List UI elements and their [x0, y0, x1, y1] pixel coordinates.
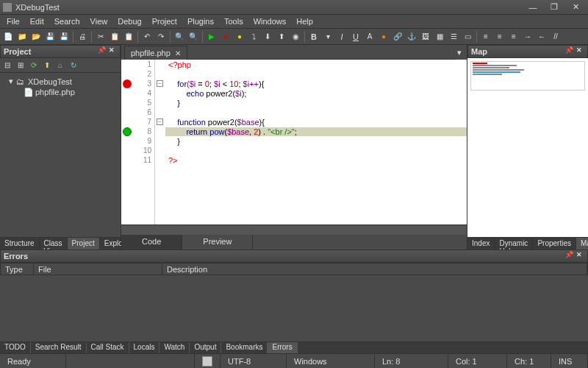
align-center-icon[interactable]: ≡ — [493, 30, 506, 43]
step-over-icon[interactable]: ⤵ — [247, 30, 260, 43]
breakpoint-marker[interactable] — [123, 79, 132, 88]
open-icon[interactable]: 📂 — [29, 30, 43, 43]
align-left-icon[interactable]: ≡ — [479, 30, 492, 43]
tab-menu-icon[interactable]: ▾ — [455, 46, 464, 60]
tab-dynamic-help[interactable]: Dynamic Help — [495, 238, 533, 250]
home-icon[interactable]: ⌂ — [54, 60, 66, 71]
cut-icon[interactable]: ✂ — [94, 30, 107, 43]
panel-close-icon[interactable]: ✕ — [574, 251, 584, 261]
redo-icon[interactable]: ↷ — [154, 30, 168, 43]
debug-start-icon[interactable]: ▶ — [205, 30, 218, 43]
btab-call-stack[interactable]: Call Stack — [87, 342, 129, 353]
menu-file[interactable]: File — [1, 15, 25, 27]
paste-icon[interactable]: 📋 — [122, 30, 135, 43]
tab-class-view[interactable]: Class View — [40, 238, 68, 250]
col-type[interactable]: Type — [1, 263, 34, 275]
menu-plugins[interactable]: Plugins — [182, 15, 219, 27]
replace-icon[interactable]: 🔍 — [187, 30, 200, 43]
comment-icon[interactable]: // — [549, 30, 562, 43]
panel-pin-icon[interactable]: 📌 — [96, 46, 107, 57]
dropdown-icon[interactable]: ▾ — [321, 30, 334, 43]
expand-icon[interactable]: ⊞ — [15, 60, 26, 71]
panel-close-icon[interactable]: ✕ — [574, 46, 584, 57]
fold-icon[interactable]: − — [157, 80, 163, 87]
btab-locals[interactable]: Locals — [129, 342, 160, 353]
up-icon[interactable]: ⬆ — [41, 60, 53, 71]
btab-errors[interactable]: Errors — [268, 342, 297, 353]
indent-icon[interactable]: → — [521, 30, 534, 43]
underline-icon[interactable]: U — [349, 30, 362, 43]
panel-close-icon[interactable]: ✕ — [107, 46, 117, 57]
new-file-icon[interactable]: 📄 — [1, 30, 15, 43]
menu-edit[interactable]: Edit — [25, 15, 49, 27]
outdent-icon[interactable]: ← — [535, 30, 548, 43]
btab-watch[interactable]: Watch — [159, 342, 190, 353]
save-all-icon[interactable]: 💾 — [57, 30, 71, 43]
debug-stop-icon[interactable]: ● — [219, 30, 232, 43]
menu-search[interactable]: Search — [49, 15, 85, 27]
form-icon[interactable]: ▭ — [461, 30, 474, 43]
close-button[interactable]: ✕ — [566, 1, 585, 13]
undo-icon[interactable]: ↶ — [140, 30, 154, 43]
new-folder-icon[interactable]: 📁 — [15, 30, 29, 43]
fold-icon[interactable]: − — [157, 118, 163, 125]
current-line-marker[interactable] — [123, 127, 132, 136]
debug-pause-icon[interactable]: ● — [233, 30, 246, 43]
menu-debug[interactable]: Debug — [112, 15, 146, 27]
tab-close-icon[interactable]: ✕ — [175, 49, 181, 57]
btab-output[interactable]: Output — [190, 342, 221, 353]
btab-bookmarks[interactable]: Bookmarks — [221, 342, 268, 353]
link-icon[interactable]: 🔗 — [391, 30, 404, 43]
menu-tools[interactable]: Tools — [219, 15, 248, 27]
menu-windows[interactable]: Windows — [248, 15, 292, 27]
sync-icon[interactable]: ⟳ — [28, 60, 40, 71]
list-icon[interactable]: ☰ — [447, 30, 460, 43]
collapse-icon[interactable]: ⊟ — [1, 60, 13, 71]
italic-icon[interactable]: I — [335, 30, 348, 43]
step-out-icon[interactable]: ⬆ — [275, 30, 288, 43]
tree-root[interactable]: ▾ 🗂 XDebugTest — [3, 76, 118, 87]
code-area[interactable]: <?php for($i = 0; $i < 10; $i++){ echo p… — [165, 60, 467, 224]
menu-help[interactable]: Help — [291, 15, 318, 27]
breakpoint-icon[interactable]: ◉ — [289, 30, 302, 43]
menu-view[interactable]: View — [85, 15, 113, 27]
marker-gutter[interactable] — [121, 60, 133, 224]
col-description[interactable]: Description — [162, 263, 587, 275]
status-eol[interactable]: Windows — [287, 354, 375, 368]
maximize-button[interactable]: ❐ — [545, 1, 564, 13]
status-encoding[interactable]: UTF-8 — [220, 354, 287, 368]
code-editor[interactable]: 1 2 3 4 5 6 7 8 9 10 11 − − <?php for($i… — [121, 60, 467, 224]
status-ins[interactable]: INS — [551, 354, 588, 368]
view-tab-preview[interactable]: Preview — [182, 235, 253, 250]
tab-properties[interactable]: Properties — [533, 238, 576, 250]
table-icon[interactable]: ▦ — [433, 30, 446, 43]
horizontal-scrollbar[interactable] — [121, 224, 467, 235]
tab-structure[interactable]: Structure — [0, 238, 40, 250]
tab-index[interactable]: Index — [467, 238, 495, 250]
fold-gutter[interactable]: − − — [155, 60, 165, 224]
minimize-button[interactable]: — — [523, 1, 542, 13]
color-icon[interactable]: ● — [377, 30, 390, 43]
file-tab[interactable]: phpfile.php ✕ — [124, 46, 187, 60]
btab-todo[interactable]: TODO — [0, 342, 31, 353]
bold-icon[interactable]: B — [307, 30, 320, 43]
view-tab-code[interactable]: Code — [121, 235, 182, 250]
align-right-icon[interactable]: ≡ — [507, 30, 520, 43]
tree-file[interactable]: 📄 phpfile.php — [3, 87, 118, 97]
font-icon[interactable]: A — [363, 30, 376, 43]
btab-search-result[interactable]: Search Result — [31, 342, 87, 353]
panel-pin-icon[interactable]: 📌 — [564, 251, 574, 261]
tree-expand-icon[interactable]: ▾ — [9, 77, 13, 86]
find-icon[interactable]: 🔍 — [173, 30, 186, 43]
image-icon[interactable]: 🖼 — [419, 30, 432, 43]
col-file[interactable]: File — [34, 263, 162, 275]
minimap[interactable] — [470, 61, 585, 91]
refresh-icon[interactable]: ↻ — [68, 60, 79, 71]
panel-pin-icon[interactable]: 📌 — [564, 46, 574, 57]
tab-map[interactable]: Map — [576, 238, 588, 250]
save-icon[interactable]: 💾 — [43, 30, 57, 43]
menu-project[interactable]: Project — [147, 15, 182, 27]
tab-project[interactable]: Project — [68, 238, 100, 250]
anchor-icon[interactable]: ⚓ — [405, 30, 418, 43]
copy-icon[interactable]: 📋 — [108, 30, 121, 43]
